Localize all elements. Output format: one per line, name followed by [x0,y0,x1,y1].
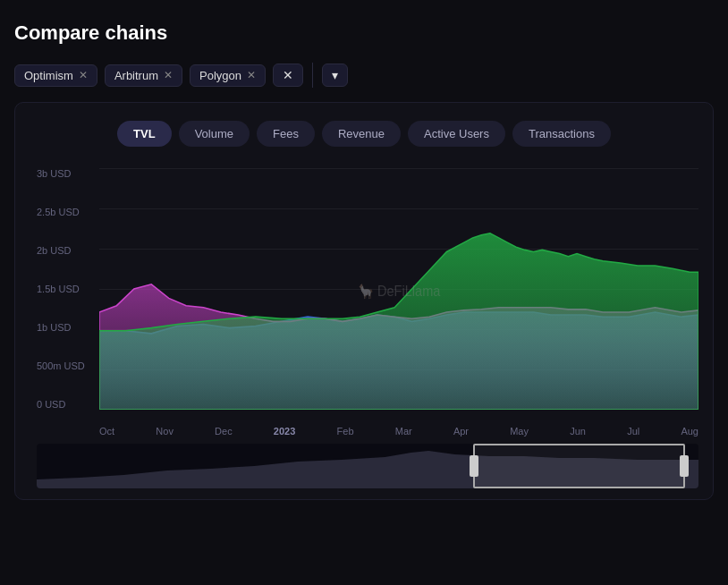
chain-tag-optimism[interactable]: Optimism ✕ [14,64,97,87]
chain-tag-arbitrum-label: Arbitrum [114,69,158,82]
y-label-4: 1b USD [37,322,72,333]
chain-tag-arbitrum[interactable]: Arbitrum ✕ [105,64,182,87]
y-label-1: 2.5b USD [37,207,80,217]
tab-transactions[interactable]: Transactions [512,121,611,147]
x-label-feb: Feb [337,426,354,437]
x-label-nov: Nov [156,426,174,437]
x-label-mar: Mar [395,426,412,437]
chain-tag-optimism-label: Optimism [24,69,73,82]
selector-divider [312,63,313,88]
chain-tag-optimism-remove[interactable]: ✕ [79,70,88,81]
y-label-2: 2b USD [37,245,72,256]
tab-bar: TVL Volume Fees Revenue Active Users Tra… [30,121,698,147]
x-label-dec: Dec [215,426,233,437]
mini-chart-background [37,444,698,488]
range-handle-left[interactable] [470,455,478,477]
chart-container: TVL Volume Fees Revenue Active Users Tra… [14,102,714,500]
tab-fees[interactable]: Fees [257,121,315,147]
page-title: Compare chains [14,21,714,45]
y-label-6: 0 USD [37,399,65,410]
x-label-2023: 2023 [274,426,295,437]
x-axis: Oct Nov Dec 2023 Feb Mar Apr May Jun Jul… [99,410,698,437]
y-axis: 3b USD 2.5b USD 2b USD 1.5b USD 1b USD 5… [37,168,99,410]
x-label-jun: Jun [570,426,586,437]
y-label-0: 3b USD [37,168,72,179]
chain-tag-polygon-label: Polygon [199,69,241,82]
y-label-5: 500m USD [37,360,85,371]
chain-selector: Optimism ✕ Arbitrum ✕ Polygon ✕ ✕ ▾ [14,63,714,88]
chart-plot: 🦙 DeFiLlama [99,168,698,410]
chart-area: 3b USD 2.5b USD 2b USD 1.5b USD 1b USD 5… [37,168,698,437]
chain-tag-polygon-remove[interactable]: ✕ [247,70,256,81]
y-label-3: 1.5b USD [37,284,80,294]
x-label-apr: Apr [453,426,469,437]
tab-volume[interactable]: Volume [179,121,250,147]
range-slider[interactable] [473,444,685,488]
chain-dropdown-button[interactable]: ▾ [322,64,348,87]
tab-revenue[interactable]: Revenue [322,121,401,147]
x-label-oct: Oct [99,426,114,437]
watermark-svg-text: 🦙 DeFiLlama [358,284,441,301]
x-label-aug: Aug [681,426,698,437]
clear-all-button[interactable]: ✕ [273,64,303,87]
tab-tvl[interactable]: TVL [117,121,172,147]
chain-tag-polygon[interactable]: Polygon ✕ [190,64,266,87]
x-label-may: May [510,426,529,437]
range-handle-right[interactable] [680,455,689,477]
chain-tag-arbitrum-remove[interactable]: ✕ [164,70,173,81]
chart-svg: 🦙 DeFiLlama [99,168,698,410]
chevron-down-icon: ▾ [332,68,338,82]
x-label-jul: Jul [627,426,639,437]
mini-chart-container [37,444,698,488]
tab-active-users[interactable]: Active Users [408,121,505,147]
